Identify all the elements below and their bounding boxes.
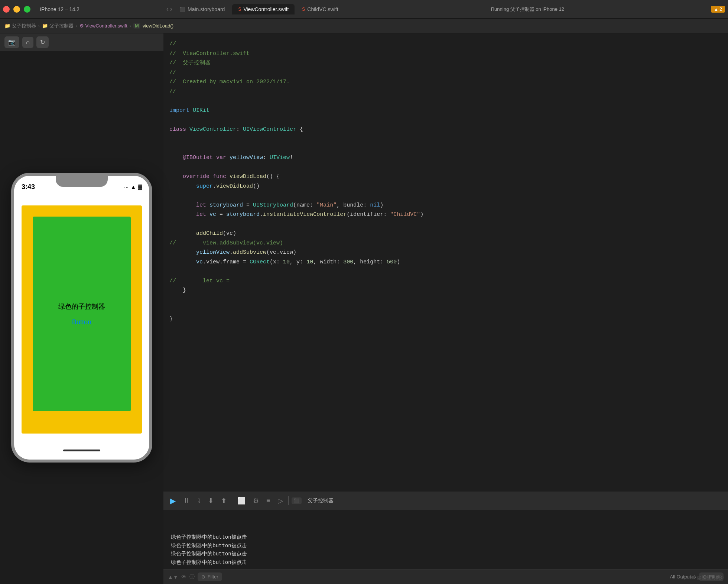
- green-button[interactable]: Button: [72, 318, 91, 326]
- step-over-button[interactable]: ⤵: [195, 495, 203, 506]
- code-text: @IBOutlet var yellowView: UIView!: [169, 153, 293, 163]
- xcode-nav-right: ‹ › ⬛ Main.storyboard S ViewController.s…: [163, 4, 728, 14]
- code-text: [169, 134, 173, 144]
- tab-childvc-label: ChildVC.swift: [307, 6, 338, 12]
- code-line: // ViewController.swift: [163, 49, 728, 59]
- green-view: 绿色的子控制器 Button: [33, 217, 131, 411]
- code-text: [169, 163, 173, 172]
- console-line-3: 绿色子控制器中的button被点击: [171, 549, 721, 558]
- breadcrumb-item-2[interactable]: 📁 父子控制器: [42, 23, 74, 29]
- info-icon: ⓘ: [189, 574, 195, 580]
- continue-button[interactable]: ▶: [168, 495, 178, 507]
- code-text: override func viewDidLoad() {: [169, 172, 280, 182]
- nav-forward-icon[interactable]: ›: [170, 5, 172, 13]
- simulator-panel: 📷 ⌂ ↻ 3:43 ··· ▲ ▓: [0, 33, 163, 584]
- nav-back-icon[interactable]: ‹: [166, 5, 169, 13]
- code-text: //: [169, 68, 176, 78]
- phone-time: 3:43: [22, 183, 35, 191]
- wifi-icon: ▲: [131, 184, 136, 190]
- swift-icon: S: [238, 7, 241, 12]
- debug-separator: [232, 496, 232, 505]
- rotate-button[interactable]: ↻: [36, 36, 49, 48]
- process-icon: ⬛: [292, 497, 302, 504]
- code-line: [163, 144, 728, 153]
- step-out-button[interactable]: ⬆: [219, 495, 229, 506]
- code-line: [163, 267, 728, 276]
- code-text: import UIKit: [169, 106, 209, 116]
- code-line: // view.addSubview(vc.view): [163, 239, 728, 248]
- code-line: @IBOutlet var yellowView: UIView!: [163, 153, 728, 163]
- main-content: 📷 ⌂ ↻ 3:43 ··· ▲ ▓: [0, 33, 728, 584]
- code-line: [163, 191, 728, 201]
- console-filter-left[interactable]: ⊙ Filter: [198, 572, 222, 581]
- frame-button[interactable]: ⬜: [235, 495, 248, 506]
- code-line: vc.view.frame = CGRect(x: 10, y: 10, wid…: [163, 257, 728, 267]
- code-text: addChild(vc): [169, 229, 236, 239]
- code-text: [169, 295, 173, 305]
- arrow-icon: ▲▼: [168, 574, 178, 580]
- code-line: //: [163, 68, 728, 78]
- location-button[interactable]: ▷: [276, 495, 285, 506]
- eye-icon: 👁: [181, 574, 186, 580]
- code-line: [163, 96, 728, 106]
- simulator-toolbar: 📷 ⌂ ↻: [0, 33, 163, 51]
- thread-button[interactable]: ⚙: [251, 495, 261, 506]
- code-editor[interactable]: // // ViewController.swift // 父子控制器 // /…: [163, 33, 728, 491]
- code-text: let storyboard = UIStoryboard(name: "Mai…: [169, 201, 383, 210]
- home-button[interactable]: ⌂: [22, 37, 33, 48]
- childvc-swift-icon: S: [302, 7, 305, 12]
- storyboard-icon: ⬛: [180, 7, 185, 12]
- code-line: let vc = storyboard.instantiateViewContr…: [163, 210, 728, 220]
- console-panel: 绿色子控制器中的button被点击 绿色子控制器中的button被点击 绿色子控…: [163, 510, 728, 584]
- code-line: [163, 305, 728, 314]
- code-text: // let vc =: [169, 276, 230, 286]
- watermark: CSDN @星星月亮0: [682, 574, 724, 581]
- code-line: //: [163, 39, 728, 49]
- code-text: [169, 96, 173, 106]
- code-line: [163, 295, 728, 305]
- screenshot-button[interactable]: 📷: [4, 36, 19, 48]
- breadcrumb-item-3[interactable]: ⚙ ViewController.swift: [79, 23, 127, 29]
- code-text: [169, 191, 173, 201]
- tab-main-storyboard[interactable]: ⬛ Main.storyboard: [174, 4, 231, 14]
- simulator-title: iPhone 12 – 14.2: [40, 6, 79, 12]
- code-line: // let vc =: [163, 276, 728, 286]
- console-toolbar: ▲▼ 👁 ⓘ ⊙ Filter All Output ◇ ⊙ Filter: [163, 569, 728, 584]
- breadcrumb-item-4[interactable]: M: [133, 23, 140, 29]
- console-line-2: 绿色子控制器中的button被点击: [171, 541, 721, 549]
- code-text: [169, 115, 173, 125]
- debug-process-label: 父子控制器: [308, 497, 334, 504]
- code-text: let vc = storyboard.instantiateViewContr…: [169, 210, 423, 220]
- queue-button[interactable]: ≡: [264, 495, 273, 506]
- simulator-controls: iPhone 12 – 14.2: [0, 6, 163, 13]
- code-line: import UIKit: [163, 106, 728, 116]
- close-button[interactable]: [3, 6, 10, 13]
- breadcrumb-sep-2: ›: [76, 23, 77, 29]
- home-indicator: [63, 450, 100, 451]
- pause-button[interactable]: ⏸: [181, 495, 192, 506]
- traffic-lights: [3, 6, 30, 13]
- phone-status-icons: ··· ▲ ▓: [124, 184, 142, 190]
- code-text: [169, 144, 173, 153]
- fullscreen-button[interactable]: [24, 6, 30, 13]
- breadcrumb-item-1[interactable]: 📁 父子控制器: [4, 23, 36, 29]
- signal-dots: ···: [124, 184, 129, 190]
- debug-bar: ▶ ⏸ ⤵ ⬇ ⬆ ⬜ ⚙ ≡ ▷ ⬛ 父子控制器: [163, 491, 728, 510]
- console-line-4: 绿色子控制器中的button被点击: [171, 558, 721, 566]
- breadcrumb-item-5[interactable]: viewDidLoad(): [143, 23, 173, 29]
- phone-body: 绿色的子控制器 Button: [14, 198, 149, 441]
- warning-badge[interactable]: ▲ 2: [711, 6, 725, 13]
- debug-separator-2: [288, 496, 289, 505]
- phone-frame: 3:43 ··· ▲ ▓ 绿色的子控制器 Button: [11, 173, 152, 463]
- code-text: [169, 267, 173, 276]
- code-line: [163, 163, 728, 172]
- code-line: // 父子控制器: [163, 58, 728, 68]
- step-into-button[interactable]: ⬇: [206, 495, 216, 506]
- code-text: }: [169, 286, 186, 295]
- minimize-button[interactable]: [13, 6, 20, 13]
- phone-container: 3:43 ··· ▲ ▓ 绿色的子控制器 Button: [0, 51, 163, 584]
- tab-viewcontroller-swift[interactable]: S ViewController.swift: [232, 4, 295, 14]
- battery-icon: ▓: [138, 184, 142, 190]
- tab-childvc-swift[interactable]: S ChildVC.swift: [296, 4, 344, 14]
- code-text: super.viewDidLoad(): [169, 182, 260, 191]
